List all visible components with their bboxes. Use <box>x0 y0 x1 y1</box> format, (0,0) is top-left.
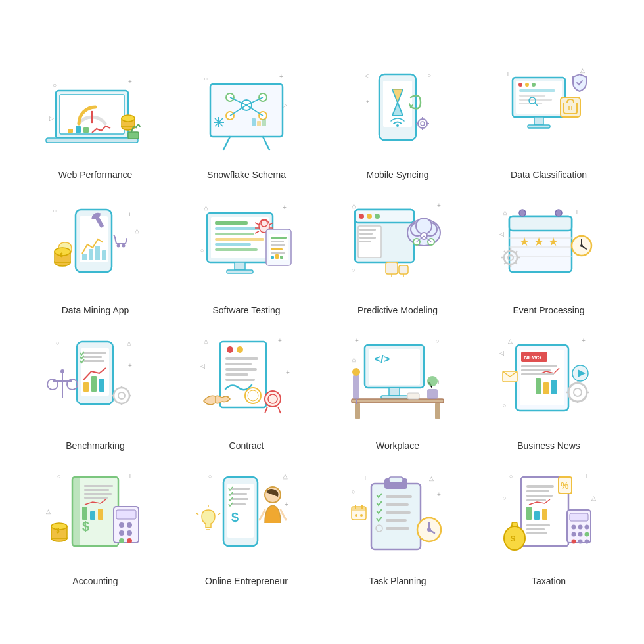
svg-rect-234 <box>536 378 541 394</box>
svg-point-314 <box>427 528 431 532</box>
card-mobile-syncing: ◁ ○ + Mobile Syncing <box>325 58 470 180</box>
card-snowflake-schema: ○ + ▷ Snowflake Schema <box>174 58 319 180</box>
svg-rect-3 <box>68 129 73 133</box>
svg-point-337 <box>572 532 576 537</box>
svg-rect-237 <box>521 365 557 367</box>
icon-software-testing: △ + ○ <box>187 193 306 298</box>
svg-point-194 <box>227 346 233 353</box>
svg-rect-177 <box>83 356 102 358</box>
icon-contract: △ + ◁ + <box>187 329 306 434</box>
icon-snowflake-schema: ○ + ▷ <box>187 58 306 163</box>
svg-text:△: △ <box>580 67 585 74</box>
label-contract: Contract <box>229 440 264 451</box>
svg-line-162 <box>504 262 506 264</box>
svg-text:△: △ <box>127 340 131 346</box>
svg-rect-53 <box>519 89 555 92</box>
svg-line-287 <box>281 510 286 520</box>
svg-text:△: △ <box>503 209 507 216</box>
label-predictive-modeling: Predictive Modeling <box>357 305 438 315</box>
svg-point-335 <box>578 525 583 530</box>
svg-text:◁: ◁ <box>200 363 205 369</box>
svg-text:▷: ▷ <box>283 102 287 108</box>
svg-text:○: ○ <box>200 247 204 254</box>
svg-rect-197 <box>225 363 252 365</box>
svg-rect-200 <box>225 379 255 381</box>
svg-rect-254 <box>72 477 80 546</box>
label-snowflake-schema: Snowflake Schema <box>207 170 286 180</box>
svg-text:○: ○ <box>352 488 355 495</box>
svg-rect-125 <box>359 241 371 242</box>
svg-rect-10 <box>128 132 139 139</box>
svg-rect-136 <box>399 265 408 274</box>
svg-text:△: △ <box>508 338 513 344</box>
svg-point-9 <box>122 115 135 122</box>
svg-text:▷: ▷ <box>49 115 54 122</box>
svg-text:$: $ <box>231 510 239 524</box>
svg-text:+: + <box>286 369 290 376</box>
svg-line-16 <box>263 137 269 150</box>
svg-text:+: + <box>437 202 441 209</box>
svg-point-310 <box>360 514 363 517</box>
svg-rect-54 <box>519 95 545 97</box>
svg-text:△: △ <box>135 227 139 234</box>
icon-mobile-syncing: ◁ ○ + <box>338 58 457 163</box>
svg-rect-217 <box>352 399 444 403</box>
svg-text:+: + <box>506 70 510 78</box>
card-task-planning: + △ ○ + Task Planning <box>325 464 470 586</box>
icon-event-processing: ★ ★ ★ <box>490 193 608 298</box>
card-predictive-modeling: △ + ○ Predictive Modeling <box>325 193 470 315</box>
label-data-mining-app: Data Mining App <box>62 305 129 315</box>
svg-rect-324 <box>526 495 553 497</box>
svg-point-268 <box>127 530 132 536</box>
svg-text:+: + <box>366 99 369 105</box>
svg-text:◁: ◁ <box>499 231 504 237</box>
card-online-entrepreneur: $ <box>174 464 319 586</box>
svg-point-334 <box>572 525 576 530</box>
svg-rect-110 <box>271 256 274 259</box>
svg-rect-328 <box>542 509 547 520</box>
svg-point-38 <box>396 124 399 127</box>
svg-text:+: + <box>355 337 359 344</box>
svg-rect-215 <box>389 388 400 396</box>
svg-rect-4 <box>76 126 81 133</box>
svg-rect-124 <box>359 237 376 239</box>
icon-predictive-modeling: △ + ○ <box>338 193 457 298</box>
svg-rect-123 <box>359 233 373 235</box>
svg-rect-112 <box>280 256 283 259</box>
svg-rect-28 <box>262 119 266 126</box>
svg-rect-219 <box>435 403 440 419</box>
svg-line-77 <box>114 235 115 237</box>
svg-point-309 <box>355 514 357 517</box>
svg-text:+: + <box>585 472 589 480</box>
svg-line-291 <box>196 513 198 515</box>
svg-rect-57 <box>534 117 543 125</box>
svg-point-339 <box>585 532 589 537</box>
svg-rect-89 <box>215 233 254 235</box>
svg-text:○: ○ <box>56 340 59 346</box>
svg-point-118 <box>359 214 364 219</box>
svg-rect-299 <box>386 495 412 498</box>
svg-rect-175 <box>99 379 104 392</box>
svg-text:+: + <box>128 78 132 85</box>
svg-point-338 <box>578 532 583 537</box>
svg-point-267 <box>119 530 124 536</box>
icon-grid: ○ + ▷ Web Performance <box>10 38 634 606</box>
svg-text:$: $ <box>60 252 63 258</box>
svg-rect-303 <box>386 527 409 530</box>
svg-text:△: △ <box>352 356 356 363</box>
svg-point-120 <box>375 214 380 219</box>
svg-rect-108 <box>271 248 283 250</box>
svg-rect-301 <box>386 511 411 514</box>
svg-point-184 <box>114 388 129 403</box>
svg-text:◁: ◁ <box>499 350 504 356</box>
svg-text:NEWS: NEWS <box>524 354 541 361</box>
svg-text:+: + <box>575 208 579 216</box>
icon-benchmarking: ○ △ + <box>36 329 154 434</box>
svg-point-195 <box>237 346 243 353</box>
svg-point-204 <box>265 391 281 407</box>
svg-text:○: ○ <box>57 473 60 480</box>
svg-rect-173 <box>83 382 89 392</box>
card-taxation: % <box>476 464 621 586</box>
svg-point-242 <box>574 388 582 396</box>
svg-point-241 <box>568 383 587 402</box>
